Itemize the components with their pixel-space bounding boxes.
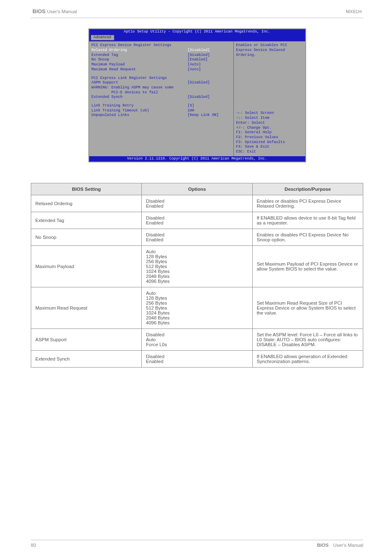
bios-setting-row: No Snoop[Enabled] — [92, 58, 231, 62]
header-manual: BIOS User's Manual — [32, 8, 77, 14]
footer-page-number: 80 — [31, 543, 36, 548]
header-product: MX61H — [346, 9, 362, 14]
header-left: BIOS User's Manual — [32, 8, 77, 14]
bios-tab-advanced: Advanced — [91, 35, 114, 41]
header-rule — [31, 18, 363, 18]
table-row: Relaxed OrderingDisabledEnabledEnables o… — [31, 195, 363, 212]
th-options: Options — [142, 183, 252, 195]
table-row: Extended TagDisabledEnabledIf ENABLED al… — [31, 212, 363, 229]
bios-setting-row: Unpopulated Links[Keep Link ON] — [92, 113, 231, 118]
bios-setting-row: Link Training Retry[5] — [92, 104, 231, 109]
footer-right: BIOS User's Manual — [317, 543, 363, 548]
bios-tabbar: Advanced — [89, 35, 305, 42]
bios-setting-row: Link Training Timeout (uS)100 — [92, 109, 231, 113]
bios-setting-row: Extended Tag[Disabled] — [92, 53, 231, 58]
bios-help-text: Enables or Disables PCIExpress Device Re… — [236, 43, 303, 58]
bios-version-footer: Version 2.11.1210. Copyright (C) 2011 Am… — [89, 156, 305, 162]
bios-screenshot: Aptio Setup Utility – Copyright (C) 2011… — [88, 28, 306, 162]
bios-setting-row: Relaxed Ordering[Disabled] — [92, 48, 231, 53]
th-description: Description/Purpose — [252, 183, 363, 195]
bios-warning-1: WARNING: Enabling ASPM may cause some — [92, 86, 231, 90]
bios-hotkeys: →←: Select Screen↑↓: Select ItemEnter: S… — [236, 111, 303, 154]
bios-setting-row: Maximum Payload[Auto] — [92, 62, 231, 67]
settings-table: BIOS Setting Options Description/Purpose… — [31, 183, 363, 368]
bios-section-2: PCI Express Link Register Settings — [92, 76, 231, 81]
table-row: Extended SynchDisabledEnabledIf ENABLED … — [31, 351, 363, 368]
th-setting: BIOS Setting — [31, 183, 142, 195]
table-row: Maximum Read RequestAuto128 Bytes256 Byt… — [31, 287, 363, 329]
bios-setting-row: Extended Synch[Disabled] — [92, 95, 231, 100]
bios-section-1: PCI Express Device Register Settings — [92, 43, 231, 48]
bios-left-pane: PCI Express Device Register Settings Rel… — [89, 42, 233, 156]
bios-setting-row: Maximum Read Request[Auto] — [92, 67, 231, 72]
footer-rule — [31, 540, 363, 540]
bios-title: Aptio Setup Utility – Copyright (C) 2011… — [89, 29, 305, 35]
bios-warning-2: PCI-E devices to fail — [92, 90, 231, 95]
bios-right-pane: Enables or Disables PCIExpress Device Re… — [233, 42, 305, 156]
bios-setting-row: ASPM Support[Disabled] — [92, 81, 231, 86]
table-row: No SnoopDisabledEnabledEnables or disabl… — [31, 229, 363, 246]
table-row: ASPM SupportDisabledAutoForce L0sSet the… — [31, 329, 363, 351]
table-row: Maximum PayloadAuto128 Bytes256 Bytes512… — [31, 246, 363, 287]
